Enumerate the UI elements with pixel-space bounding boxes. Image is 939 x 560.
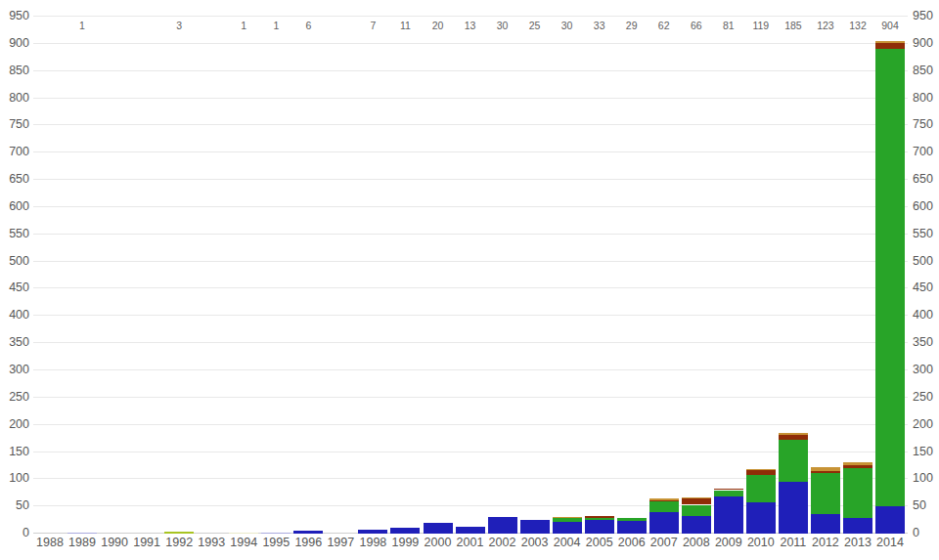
- bar-segment-gold[interactable]: [843, 462, 872, 465]
- gridline-50: [33, 505, 908, 506]
- y-tick-left-50: 50: [0, 498, 29, 512]
- bar-segment-maroon[interactable]: [843, 465, 872, 468]
- y-tick-right-900: 900: [913, 36, 939, 50]
- bar-segment-maroon[interactable]: [779, 435, 808, 440]
- bar-segment-green[interactable]: [746, 475, 776, 501]
- y-tick-right-400: 400: [913, 308, 939, 322]
- bar-segment-blue[interactable]: [488, 517, 517, 534]
- y-tick-right-750: 750: [913, 117, 939, 131]
- stacked-bar-chart: 0501001502002503003504004505005506006507…: [0, 0, 939, 560]
- y-tick-left-500: 500: [0, 254, 29, 268]
- bar-segment-maroon[interactable]: [649, 500, 679, 501]
- bar-segment-gold[interactable]: [779, 433, 808, 435]
- bar-segment-gold[interactable]: [649, 498, 679, 499]
- bar-segment-maroon[interactable]: [682, 498, 711, 504]
- bar-segment-blue[interactable]: [682, 516, 711, 534]
- bar-segment-green[interactable]: [649, 501, 679, 512]
- bar-segment-green[interactable]: [553, 518, 582, 521]
- bar-segment-blue[interactable]: [424, 523, 453, 534]
- bar-segment-lavender[interactable]: [67, 533, 97, 534]
- bar-segment-chartreuse[interactable]: [164, 532, 194, 534]
- y-tick-right-450: 450: [913, 280, 939, 294]
- bar-segment-gold[interactable]: [553, 517, 582, 518]
- y-tick-left-100: 100: [0, 471, 29, 485]
- bar-total-1996: 6: [289, 20, 328, 31]
- y-tick-right-350: 350: [913, 335, 939, 349]
- bar-segment-green[interactable]: [585, 518, 614, 520]
- gridline-100: [33, 478, 908, 479]
- gridline-700: [33, 151, 908, 152]
- bar-segment-green[interactable]: [682, 505, 711, 516]
- gridline-250: [33, 397, 908, 398]
- bar-segment-lavender[interactable]: [261, 533, 291, 534]
- bar-segment-maroon[interactable]: [811, 471, 840, 473]
- y-tick-left-150: 150: [0, 445, 29, 458]
- bar-segment-blue[interactable]: [456, 527, 485, 534]
- bar-segment-blue[interactable]: [875, 506, 905, 534]
- bar-total-1992: 3: [159, 20, 199, 31]
- bar-segment-maroon[interactable]: [714, 489, 743, 490]
- gridline-150: [33, 452, 908, 452]
- y-tick-left-550: 550: [0, 227, 29, 240]
- y-tick-right-300: 300: [913, 363, 939, 376]
- bar-segment-blue[interactable]: [746, 502, 776, 534]
- bar-segment-gold[interactable]: [746, 469, 776, 471]
- y-tick-right-250: 250: [913, 390, 939, 404]
- gridline-500: [33, 261, 908, 262]
- y-tick-right-600: 600: [913, 199, 939, 213]
- y-tick-right-150: 150: [913, 445, 939, 458]
- y-tick-right-950: 950: [913, 9, 939, 22]
- bar-segment-green[interactable]: [779, 440, 808, 482]
- bar-segment-green[interactable]: [811, 473, 840, 514]
- bar-segment-gold[interactable]: [811, 467, 840, 472]
- y-tick-right-200: 200: [913, 417, 939, 431]
- y-tick-left-250: 250: [0, 390, 29, 404]
- gridline-400: [33, 315, 908, 316]
- bar-segment-maroon[interactable]: [875, 43, 905, 50]
- y-tick-left-350: 350: [0, 335, 29, 349]
- bar-segment-blue[interactable]: [811, 514, 840, 534]
- gridline-350: [33, 342, 908, 343]
- bar-total-1989: 1: [63, 20, 102, 31]
- y-tick-right-700: 700: [913, 145, 939, 158]
- gridline-600: [33, 206, 908, 207]
- bar-segment-green[interactable]: [617, 518, 647, 521]
- bar-segment-blue[interactable]: [520, 520, 550, 534]
- bar-segment-green[interactable]: [875, 49, 905, 506]
- bar-segment-blue[interactable]: [553, 522, 582, 534]
- bar-segment-green[interactable]: [843, 468, 872, 518]
- bar-segment-maroon[interactable]: [746, 470, 776, 475]
- gridline-800: [33, 98, 908, 99]
- y-tick-left-800: 800: [0, 91, 29, 105]
- y-tick-right-0: 0: [913, 526, 939, 539]
- bar-segment-blue[interactable]: [390, 528, 420, 534]
- y-tick-left-750: 750: [0, 117, 29, 131]
- bar-segment-blue[interactable]: [649, 512, 679, 534]
- x-tick-2014: 2014: [871, 536, 910, 549]
- bar-segment-blue[interactable]: [617, 521, 647, 534]
- bar-segment-blue[interactable]: [293, 531, 323, 534]
- gridline-450: [33, 287, 908, 288]
- gridline-650: [33, 179, 908, 180]
- y-tick-left-0: 0: [0, 526, 29, 539]
- bar-segment-blue[interactable]: [779, 482, 808, 534]
- bar-segment-maroon[interactable]: [585, 516, 614, 519]
- gridline-950: [33, 16, 908, 17]
- bar-segment-blue[interactable]: [714, 496, 743, 534]
- y-tick-left-850: 850: [0, 64, 29, 77]
- bar-segment-green[interactable]: [714, 491, 743, 496]
- bar-segment-cream[interactable]: [229, 533, 258, 534]
- bar-segment-blue[interactable]: [585, 520, 614, 534]
- bar-segment-gold[interactable]: [875, 41, 905, 42]
- bar-total-2014: 904: [871, 20, 910, 31]
- gridline-850: [33, 70, 908, 71]
- bar-segment-blue[interactable]: [358, 530, 387, 534]
- bar-segment-blue[interactable]: [843, 518, 872, 534]
- y-tick-left-300: 300: [0, 363, 29, 376]
- y-tick-left-900: 900: [0, 36, 29, 50]
- y-tick-left-450: 450: [0, 280, 29, 294]
- y-tick-left-600: 600: [0, 199, 29, 213]
- y-tick-left-200: 200: [0, 417, 29, 431]
- gridline-750: [33, 124, 908, 125]
- bar-segment-gold[interactable]: [682, 497, 711, 498]
